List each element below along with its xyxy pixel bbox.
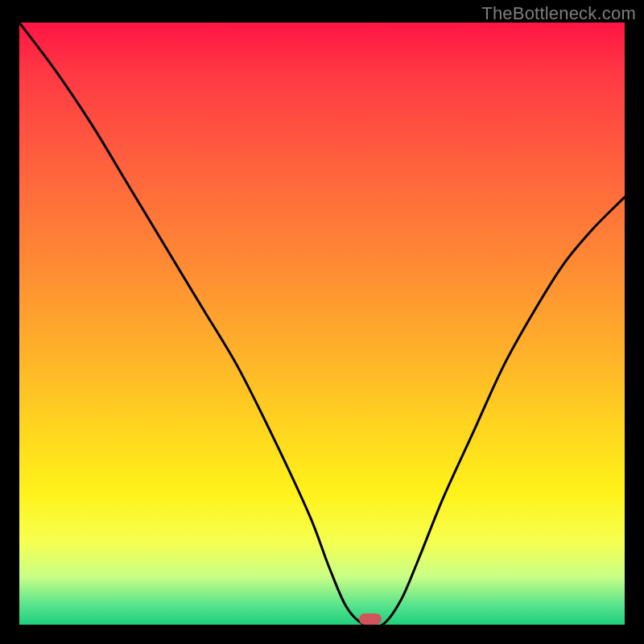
bottleneck-curve: [19, 23, 625, 625]
optimum-marker: [359, 613, 382, 625]
curve-svg: [19, 23, 625, 625]
attribution-text: TheBottleneck.com: [481, 3, 636, 24]
plot-area: [19, 23, 625, 625]
